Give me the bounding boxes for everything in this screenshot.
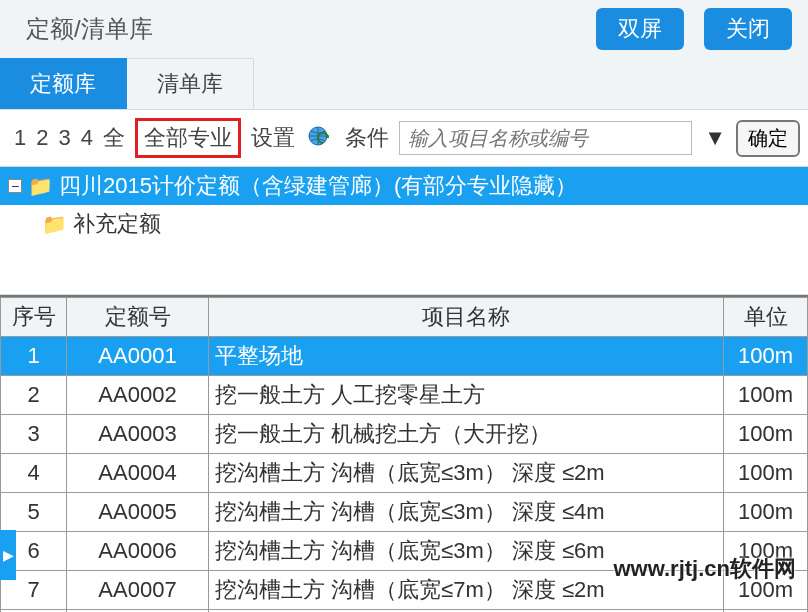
level-2[interactable]: 2 [34,125,50,151]
table-row[interactable]: 3 AA0003 挖一般土方 机械挖土方（大开挖） 100m [1,415,808,454]
tree-root-label: 四川2015计价定额（含绿建管廊）(有部分专业隐藏） [59,171,577,201]
table-row[interactable]: 6 AA0006 挖沟槽土方 沟槽（底宽≤3m） 深度 ≤6m 100m [1,532,808,571]
header: 定额/清单库 双屏 关闭 [0,0,808,58]
collapse-icon[interactable]: − [8,179,22,193]
header-buttons: 双屏 关闭 [596,8,792,50]
table-row[interactable]: 1 AA0001 平整场地 100m [1,337,808,376]
tree-child-row[interactable]: 📁 补充定额 [0,205,808,243]
level-3[interactable]: 3 [57,125,73,151]
header-title: 定额/清单库 [26,13,153,45]
folder-icon: 📁 [42,212,67,236]
col-code[interactable]: 定额号 [67,298,209,337]
table-body: 1 AA0001 平整场地 100m 2 AA0002 挖一般土方 人工挖零星土… [1,337,808,613]
dual-screen-button[interactable]: 双屏 [596,8,684,50]
col-no[interactable]: 序号 [1,298,67,337]
table-header-row: 序号 定额号 项目名称 单位 [1,298,808,337]
side-expand-tab[interactable]: ▶ [0,530,16,580]
level-4[interactable]: 4 [79,125,95,151]
settings-button[interactable]: 设置 [249,123,297,153]
col-name[interactable]: 项目名称 [209,298,724,337]
close-button[interactable]: 关闭 [704,8,792,50]
tabs: 定额库 清单库 [0,58,808,110]
all-major-button[interactable]: 全部专业 [135,118,241,158]
col-unit[interactable]: 单位 [724,298,808,337]
search-input[interactable] [399,121,692,155]
tab-quota[interactable]: 定额库 [0,58,127,109]
data-table: 序号 定额号 项目名称 单位 1 AA0001 平整场地 100m 2 AA00… [0,295,808,612]
table-row[interactable]: 4 AA0004 挖沟槽土方 沟槽（底宽≤3m） 深度 ≤2m 100m [1,454,808,493]
table-row[interactable]: 7 AA0007 挖沟槽土方 沟槽（底宽≤7m） 深度 ≤2m 100m [1,571,808,610]
level-1[interactable]: 1 [12,125,28,151]
tree-child-label: 补充定额 [73,209,161,239]
table-row[interactable]: 2 AA0002 挖一般土方 人工挖零星土方 100m [1,376,808,415]
tree-root-row[interactable]: − 📁 四川2015计价定额（含绿建管廊）(有部分专业隐藏） [0,167,808,205]
folder-icon: 📁 [28,174,53,198]
toolbar: 1 2 3 4 全 全部专业 设置 条件 ▼ 确定 [0,110,808,167]
globe-refresh-icon[interactable] [303,125,337,151]
dropdown-icon[interactable]: ▼ [700,125,730,151]
tree: − 📁 四川2015计价定额（含绿建管廊）(有部分专业隐藏） 📁 补充定额 [0,167,808,295]
confirm-button[interactable]: 确定 [736,120,800,157]
all-short[interactable]: 全 [101,123,127,153]
tab-list[interactable]: 清单库 [127,58,254,109]
table-row[interactable]: 5 AA0005 挖沟槽土方 沟槽（底宽≤3m） 深度 ≤4m 100m [1,493,808,532]
conditions-button[interactable]: 条件 [343,123,391,153]
